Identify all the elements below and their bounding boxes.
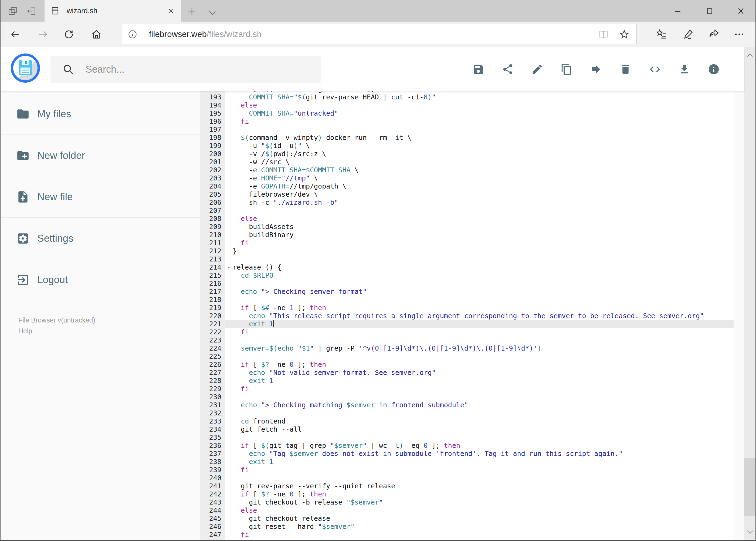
code-line-229[interactable]: 229 fi [200, 385, 734, 393]
code-line-206[interactable]: 206 sh -c "./wizard.sh -b" [200, 199, 734, 207]
code-line-233[interactable]: 233 cd frontend [200, 417, 734, 425]
info-circle-icon[interactable] [127, 29, 137, 39]
new-tab-icon[interactable] [187, 7, 197, 17]
code-line-219[interactable]: 219 if [ $# -ne 1 ]; then [200, 304, 734, 312]
fold-arrow-icon[interactable]: ▾ [225, 264, 233, 271]
code-line-246[interactable]: 246 git reset --hard "$semver" [200, 523, 734, 531]
sidebar-item-settings[interactable]: Settings [1, 218, 200, 259]
code-line-220[interactable]: 220 echo "This release script requires a… [200, 312, 734, 320]
info-icon[interactable] [708, 63, 720, 75]
code-line-239[interactable]: 239 fi [200, 466, 734, 474]
close-window-icon[interactable] [736, 6, 745, 16]
code-line-202[interactable]: 202 -e COMMIT_SHA=$COMMIT_SHA \ [200, 166, 734, 174]
back-icon[interactable] [10, 29, 21, 40]
code-line-247[interactable]: 247 fi [200, 531, 734, 539]
sidebar-item-new-file[interactable]: New file [1, 176, 200, 218]
address-bar[interactable]: filebrowser.web/files/wizard.sh [122, 24, 637, 44]
code-icon[interactable] [649, 63, 661, 75]
tabs-aside-icon[interactable] [8, 6, 18, 16]
code-line-216[interactable]: 216 [200, 279, 734, 287]
code-editor[interactable]: 192 if [ "$(command -v git)" != "" ]; th… [200, 91, 734, 540]
code-line-210[interactable]: 210 buildBinary [200, 231, 734, 239]
code-line-242[interactable]: 242 if [ $? -ne 0 ]; then [200, 490, 734, 498]
save-icon[interactable] [472, 63, 484, 75]
code-line-214[interactable]: 214▾release () { [200, 264, 734, 271]
code-line-224[interactable]: 224 semver=$(echo "$1" | grep -P '^v(0|[… [200, 344, 734, 352]
code-line-222[interactable]: 222 fi [200, 328, 734, 336]
code-line-217[interactable]: 217 echo "> Checking semver format" [200, 287, 734, 296]
code-line-241[interactable]: 241 git rev-parse --verify --quiet relea… [200, 482, 734, 490]
chevron-down-icon[interactable] [207, 8, 217, 18]
line-number: 221 [200, 320, 225, 328]
code-line-209[interactable]: 209 buildAssets [200, 223, 734, 231]
code-line-199[interactable]: 199 -u "$(id -u)" \ [200, 142, 734, 150]
code-line-204[interactable]: 204 -e GOPATH=//tmp/gopath \ [200, 182, 734, 191]
hub-icon[interactable] [656, 29, 667, 40]
code-line-201[interactable]: 201 -w //src \ [200, 158, 734, 166]
code-line-225[interactable]: 225 [200, 352, 734, 360]
code-line-237[interactable]: 237 echo "Tag $semver does not exist in … [200, 450, 734, 458]
code-line-192[interactable]: 192 if [ "$(command -v git)" != "" ]; th… [200, 91, 734, 93]
page-scrollbar[interactable] [744, 47, 756, 540]
sidebar-item-my-files[interactable]: My files [1, 93, 200, 135]
minimize-icon[interactable] [673, 6, 682, 16]
code-line-211[interactable]: 211 fi [200, 239, 734, 247]
code-line-243[interactable]: 243 git checkout -b release "$semver" [200, 498, 734, 506]
sidebar-item-logout[interactable]: Logout [1, 259, 200, 300]
maximize-icon[interactable] [705, 6, 714, 16]
code-line-227[interactable]: 227 echo "Not valid semver format. See s… [200, 369, 734, 377]
code-line-197[interactable]: 197 [200, 126, 734, 134]
code-line-196[interactable]: 196 fi [200, 118, 734, 126]
code-line-203[interactable]: 203 -e HOME="//tmp" \ [200, 174, 734, 182]
browser-tab[interactable]: wizard.sh [45, 0, 181, 22]
code-line-232[interactable]: 232 [200, 409, 734, 417]
delete-icon[interactable] [620, 63, 631, 75]
code-line-238[interactable]: 238 exit 1 [200, 458, 734, 466]
home-icon[interactable] [91, 29, 102, 40]
download-icon[interactable] [678, 63, 690, 75]
code-line-230[interactable]: 230 [200, 393, 734, 401]
code-line-234[interactable]: 234 git fetch --all [200, 425, 734, 433]
code-line-244[interactable]: 244 else [200, 506, 734, 515]
code-line-205[interactable]: 205 filebrowser/dev \ [200, 191, 734, 199]
copy-icon[interactable] [561, 63, 573, 75]
scrollbar-thumb[interactable] [744, 458, 756, 516]
edit-icon[interactable] [531, 63, 543, 75]
more-dots-icon[interactable] [734, 29, 745, 40]
code-line-215[interactable]: 215 cd $REPO [200, 271, 734, 279]
filebrowser-logo[interactable] [11, 54, 40, 83]
code-line-218[interactable]: 218 [200, 296, 734, 304]
share-node-icon[interactable] [502, 63, 514, 75]
scroll-up-icon[interactable] [746, 51, 754, 59]
scroll-down-icon[interactable] [746, 528, 754, 536]
code-line-195[interactable]: 195 COMMIT_SHA="untracked" [200, 109, 734, 118]
tab-close-icon[interactable] [167, 7, 175, 15]
sidebar-item-new-folder[interactable]: New folder [1, 135, 200, 176]
code-line-200[interactable]: 200 -v /$(pwd):/src:z \ [200, 150, 734, 158]
favorite-star-icon[interactable] [619, 29, 630, 40]
code-line-207[interactable]: 207 [200, 207, 734, 215]
code-line-240[interactable]: 240 [200, 474, 734, 482]
code-line-226[interactable]: 226 if [ $? -ne 0 ]; then [200, 360, 734, 369]
code-line-236[interactable]: 236 if [ $(git tag | grep "$semver" | wc… [200, 442, 734, 450]
search-input[interactable]: Search... [50, 56, 321, 83]
code-line-231[interactable]: 231 echo "> Checking matching $semver in… [200, 401, 734, 409]
code-line-245[interactable]: 245 git checkout release [200, 515, 734, 523]
restore-tabs-icon[interactable] [26, 6, 37, 16]
annotate-pen-icon[interactable] [683, 29, 694, 40]
code-line-235[interactable]: 235 [200, 433, 734, 442]
code-line-198[interactable]: 198 $(command -v winpty) docker run --rm… [200, 134, 734, 142]
code-line-221[interactable]: 221 exit 1 [200, 320, 734, 328]
refresh-icon[interactable] [63, 29, 75, 40]
code-line-228[interactable]: 228 exit 1 [200, 377, 734, 385]
code-line-213[interactable]: 213 [200, 255, 734, 264]
code-line-208[interactable]: 208 else [200, 215, 734, 223]
code-line-193[interactable]: 193 COMMIT_SHA="$(git rev-parse HEAD | c… [200, 93, 734, 101]
move-icon[interactable] [590, 63, 602, 75]
code-line-223[interactable]: 223 [200, 336, 734, 344]
code-line-194[interactable]: 194 else [200, 101, 734, 109]
code-line-212[interactable]: 212} [200, 247, 734, 255]
forward-icon[interactable] [37, 29, 49, 40]
share-icon[interactable] [709, 29, 720, 40]
help-link[interactable]: Help [18, 325, 95, 336]
